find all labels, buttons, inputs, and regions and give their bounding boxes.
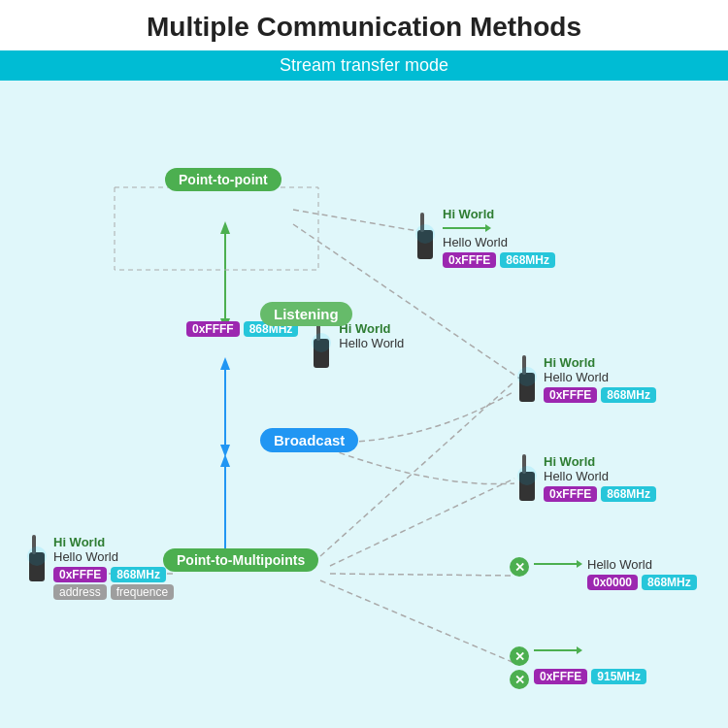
badge-868mhz-r2: 868MHz: [601, 486, 656, 502]
svg-line-14: [320, 580, 514, 663]
badge-0xfffe-left: 0xFFFE: [53, 567, 107, 582]
svg-marker-3: [220, 221, 230, 234]
svg-marker-21: [485, 224, 491, 232]
dongle-icon-left: [19, 535, 49, 585]
broadcast-node: Broadcast: [260, 428, 358, 452]
badge-0xfffe-r4: 0xFFFE: [534, 669, 587, 684]
right-dongle-1-cluster: Hi World Hello World 0xFFFE 868MHz: [510, 355, 656, 406]
hi-world-left: Hi World: [53, 535, 174, 549]
svg-rect-16: [115, 187, 318, 270]
svg-line-0: [293, 210, 417, 231]
point-to-point-label: Point-to-point: [165, 168, 281, 191]
badge-0xfffe-r2: 0xFFFE: [544, 486, 597, 502]
listening-label: Listening: [260, 302, 352, 326]
svg-marker-35: [577, 560, 582, 568]
dongle-icon-r1: [510, 355, 539, 406]
point-to-multipoints-label: Point-to-Multipoints: [163, 548, 318, 572]
hello-world-r3: Hello World: [587, 557, 697, 572]
badge-915mhz: 915MHz: [591, 669, 646, 684]
svg-point-19: [415, 224, 435, 244]
left-dongle-cluster: Hi World Hello World 0xFFFE 868MHz addre…: [19, 535, 174, 600]
hello-world-center: Hello World: [339, 336, 404, 350]
hello-world-label-1: Hello World: [443, 235, 555, 249]
arrow-r4: [534, 644, 582, 657]
svg-marker-9: [220, 454, 230, 467]
arrow-1: [443, 221, 491, 235]
diagram-area: Point-to-point Hi World Hello World: [0, 81, 728, 728]
svg-line-13: [330, 574, 514, 576]
badge-0xfffe-1: 0xFFFE: [443, 252, 496, 268]
hi-world-r1: Hi World: [544, 355, 656, 370]
hello-world-r2: Hello World: [544, 469, 656, 483]
right-dongle-4-cluster: ✕ ✕ 0xFFFE 915MHz: [510, 637, 646, 689]
badge-0xfffe-r1: 0xFFFE: [544, 387, 597, 403]
badge-0xffff: 0xFFFF: [186, 321, 240, 337]
dongle-icon-1: [408, 213, 437, 263]
dongle-icon-center: [304, 321, 333, 372]
hello-world-r1: Hello World: [544, 370, 656, 384]
badge-868mhz-r1: 868MHz: [601, 387, 656, 403]
top-right-dongle-cluster: Hi World Hello World 0xFFFE 868MHz: [408, 207, 555, 268]
point-to-multipoints-node: Point-to-Multipoints: [163, 548, 318, 572]
svg-point-33: [517, 466, 537, 485]
hello-world-left: Hello World: [53, 549, 174, 564]
badge-868mhz-r3: 868MHz: [642, 575, 697, 590]
svg-line-11: [320, 381, 514, 556]
cross-icon-4b: ✕: [510, 670, 529, 689]
right-dongle-2-cluster: Hi World Hello World 0xFFFE 868MHz: [510, 454, 656, 505]
center-dongle-cluster: 0xFFFF 868MHz Hi World Hello World: [186, 321, 404, 372]
main-title: Multiple Communication Methods: [0, 0, 728, 50]
subtitle-bar: Stream transfer mode: [0, 50, 728, 81]
hi-world-r2: Hi World: [544, 454, 656, 469]
badge-868mhz-left: 868MHz: [111, 567, 166, 582]
cross-icon-4a: ✕: [510, 646, 529, 666]
svg-point-27: [27, 546, 47, 566]
svg-point-24: [312, 333, 331, 352]
page: Multiple Communication Methods Stream tr…: [0, 0, 728, 728]
badge-0x0000: 0x0000: [587, 575, 638, 590]
hi-world-label-1: Hi World: [443, 207, 555, 221]
svg-point-30: [517, 367, 537, 386]
cross-icon-3: ✕: [510, 557, 529, 577]
point-to-point-node: Point-to-point: [165, 168, 281, 191]
listening-node: Listening: [260, 302, 352, 326]
broadcast-label: Broadcast: [260, 428, 358, 452]
arrow-r3: [534, 557, 582, 571]
badge-frequence: frequence: [111, 584, 174, 600]
svg-marker-37: [577, 646, 582, 654]
right-dongle-3-cluster: ✕ Hello World 0x0000 868MHz: [510, 549, 697, 590]
badge-868mhz-1: 868MHz: [500, 252, 555, 268]
dongle-icon-r2: [510, 454, 539, 505]
badge-address: address: [53, 584, 107, 600]
